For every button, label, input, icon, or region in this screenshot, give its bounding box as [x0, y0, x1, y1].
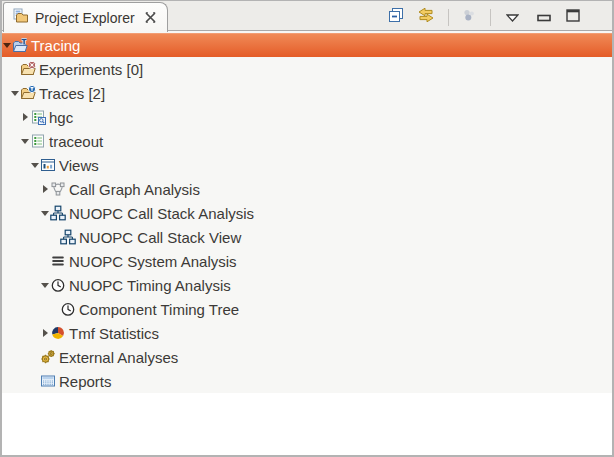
tree-row[interactable]: Views	[2, 153, 612, 177]
tree-row-label: NUOPC Call Stack View	[79, 229, 247, 246]
call-stack-icon	[50, 205, 66, 221]
minimize-icon	[537, 8, 551, 26]
clock-icon	[60, 301, 76, 317]
project-explorer-view: Project Explorer TracingExperiments [0]T…	[0, 0, 614, 457]
tree-row-label: Tmf Statistics	[69, 325, 165, 342]
tab-project-explorer[interactable]: Project Explorer	[3, 2, 168, 32]
expander-collapsed-icon[interactable]	[40, 177, 50, 201]
project-explorer-icon	[13, 8, 29, 28]
expander-expanded-icon[interactable]	[2, 34, 12, 58]
trace-icon	[30, 133, 46, 149]
tree-row[interactable]: External Analyses	[2, 345, 612, 369]
expander-expanded-icon[interactable]	[30, 153, 40, 177]
expander-spacer	[40, 249, 50, 273]
tree-row-label: Views	[59, 157, 105, 174]
collapse-all-icon	[388, 7, 404, 27]
tree-row[interactable]: Experiments [0]	[2, 57, 612, 81]
reports-icon	[40, 373, 56, 389]
maximize-icon	[566, 8, 580, 26]
tree-row-label: Call Graph Analysis	[69, 181, 206, 198]
tree-row[interactable]: Component Timing Tree	[2, 297, 612, 321]
expander-spacer	[30, 345, 40, 369]
tree-row[interactable]: Tmf Statistics	[2, 321, 612, 345]
traces-folder-icon	[20, 85, 36, 101]
system-analysis-icon	[50, 253, 66, 269]
experiments-folder-icon	[20, 61, 36, 77]
expander-spacer	[10, 57, 20, 81]
tree-row-label: Tracing	[31, 37, 86, 54]
view-toolbar	[388, 6, 580, 28]
pie-chart-icon	[50, 325, 66, 341]
tree-row-label: Traces [2]	[39, 85, 111, 102]
tree-row-label: NUOPC Call Stack Analysis	[69, 205, 260, 222]
tree-row[interactable]: NUOPC Timing Analysis	[2, 273, 612, 297]
expander-spacer	[30, 369, 40, 393]
tree-row[interactable]: Reports	[2, 369, 612, 393]
tree-row-label: Component Timing Tree	[79, 301, 245, 318]
tree-row[interactable]: Tracing	[2, 33, 612, 57]
view-menu-icon	[506, 8, 519, 26]
tree-row[interactable]: NUOPC System Analysis	[2, 249, 612, 273]
tree-row[interactable]: traceout	[2, 129, 612, 153]
tree-row-label: Experiments [0]	[39, 61, 149, 78]
focus-on-active-task-button	[461, 6, 477, 28]
expander-expanded-icon[interactable]	[40, 201, 50, 225]
minimize-button[interactable]	[537, 6, 551, 28]
gears-icon	[40, 349, 56, 365]
tree-row[interactable]: NUOPC Call Stack View	[2, 225, 612, 249]
tree-row-label: External Analyses	[59, 349, 184, 366]
expander-expanded-icon[interactable]	[20, 129, 30, 153]
call-graph-icon	[50, 181, 66, 197]
tree-row-label: Reports	[59, 373, 118, 390]
expander-spacer	[50, 225, 60, 249]
tree-row[interactable]: Traces [2]	[2, 81, 612, 105]
call-stack-icon	[60, 229, 76, 245]
expander-spacer	[50, 297, 60, 321]
maximize-button[interactable]	[566, 6, 580, 28]
tree-row-label: traceout	[49, 133, 109, 150]
tabstrip: Project Explorer	[2, 1, 612, 31]
focus-on-active-task-disabled-icon	[461, 7, 477, 27]
expander-collapsed-icon[interactable]	[40, 321, 50, 345]
tree-row[interactable]: Call Graph Analysis	[2, 177, 612, 201]
link-with-editor-icon	[417, 7, 435, 27]
view-content: TracingExperiments [0]Traces [2]hgctrace…	[2, 31, 612, 455]
collapse-all-button[interactable]	[388, 6, 404, 28]
tree-row-label: NUOPC Timing Analysis	[69, 277, 237, 294]
tree-row-label: hgc	[49, 109, 79, 126]
tree-row[interactable]: NUOPC Call Stack Analysis	[2, 201, 612, 225]
tree-row[interactable]: hgc	[2, 105, 612, 129]
project-tree[interactable]: TracingExperiments [0]Traces [2]hgctrace…	[2, 31, 612, 393]
expander-expanded-icon[interactable]	[40, 273, 50, 297]
trace-with-viewer-icon	[30, 109, 46, 125]
tracing-project-icon	[12, 38, 28, 54]
expander-collapsed-icon[interactable]	[20, 105, 30, 129]
expander-expanded-icon[interactable]	[10, 81, 20, 105]
toolbar-separator	[448, 9, 449, 26]
link-with-editor-button[interactable]	[417, 6, 435, 28]
toolbar-separator	[490, 9, 491, 26]
views-icon	[40, 157, 56, 173]
tab-label: Project Explorer	[35, 10, 135, 26]
tree-row-label: NUOPC System Analysis	[69, 253, 243, 270]
close-icon[interactable]	[145, 12, 156, 23]
clock-icon	[50, 277, 66, 293]
view-menu-button[interactable]	[506, 6, 519, 28]
